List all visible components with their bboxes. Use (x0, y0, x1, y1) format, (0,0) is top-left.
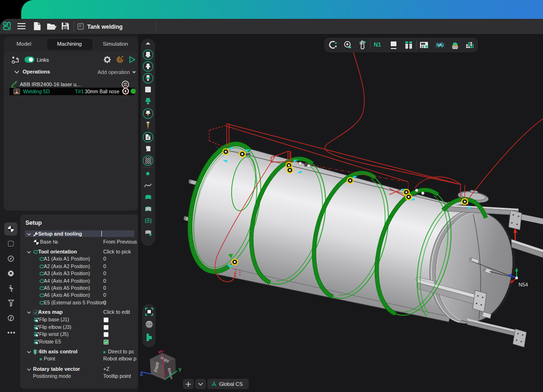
svg-text:Z: Z (140, 371, 143, 376)
svg-text:Y: Y (178, 367, 182, 373)
svg-text:N54: N54 (518, 282, 528, 287)
svg-text:x: x (158, 350, 161, 354)
svg-text:A: A (147, 136, 149, 140)
svg-text:VA: VA (437, 43, 443, 47)
